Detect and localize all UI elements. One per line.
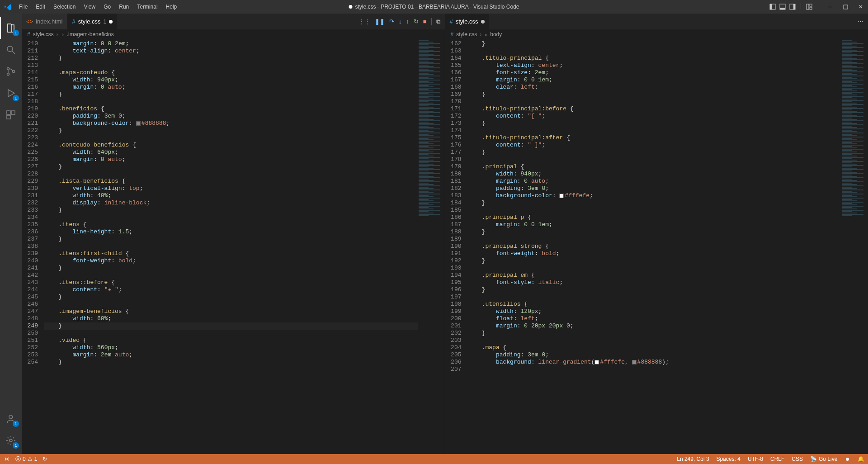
debug-step-into-icon[interactable]: ↓ (399, 18, 402, 25)
status-language[interactable]: CSS (792, 456, 803, 462)
status-bell-icon[interactable]: 🔔 (858, 456, 864, 462)
status-remote-icon[interactable] (4, 456, 10, 462)
tab-index-html[interactable]: <> index.html (22, 14, 67, 29)
tab-label: style.css (78, 18, 101, 25)
tabs-bar-left: <> index.html # style.css 1 ⋮⋮ ❚❚ ↷ ↓ ↑ … (22, 14, 445, 29)
panel-bottom-icon[interactable] (779, 3, 786, 10)
tab-style-css[interactable]: # style.css 1 (67, 14, 118, 29)
layout-customize-icon[interactable] (806, 3, 813, 10)
debug-pause-icon[interactable]: ❚❚ (375, 18, 385, 25)
status-eol[interactable]: CRLF (770, 456, 784, 462)
menu-bar: File Edit Selection View Go Run Terminal… (15, 2, 180, 12)
debug-stop-icon[interactable]: ■ (423, 18, 427, 25)
menu-view[interactable]: View (80, 2, 99, 12)
breadcrumb-file[interactable]: style.css (33, 31, 54, 38)
code-content[interactable]: } .titulo-principal { text-align: center… (468, 39, 841, 454)
close-icon[interactable]: ✕ (857, 3, 864, 10)
status-bar: ⓧ0 ⚠1 ↻ Ln 249, Col 3 Spaces: 4 UTF-8 CR… (0, 454, 868, 464)
svg-rect-3 (780, 8, 785, 9)
title-bar: File Edit Selection View Go Run Terminal… (0, 0, 868, 14)
status-debug-icon[interactable]: ↻ (42, 456, 47, 462)
debug-step-over-icon[interactable]: ↷ (389, 18, 394, 25)
breadcrumb-symbol[interactable]: body (490, 31, 502, 38)
error-icon: ⓧ (15, 455, 21, 463)
layout-controls (769, 3, 813, 10)
debug-step-out-icon[interactable]: ↑ (406, 18, 409, 25)
css-file-icon: # (451, 31, 454, 38)
svg-rect-16 (11, 111, 15, 114)
activity-source-control[interactable] (0, 61, 22, 82)
css-file-icon: # (27, 31, 30, 38)
tab-actions-right: ⋯ (853, 14, 868, 29)
status-feedback-icon[interactable]: ☻ (844, 456, 850, 462)
vscode-logo-icon (4, 3, 12, 11)
activity-search[interactable] (0, 39, 22, 61)
tab-label: index.html (36, 18, 62, 25)
symbol-icon: ⬨ (484, 31, 487, 38)
breadcrumbs-right[interactable]: # style.css › ⬨ body (445, 29, 868, 39)
more-actions-icon[interactable]: ⋯ (858, 18, 863, 25)
status-cursor-position[interactable]: Ln 249, Col 3 (677, 456, 709, 462)
css-file-icon: # (450, 18, 453, 25)
svg-rect-5 (793, 4, 795, 9)
svg-point-10 (7, 46, 13, 52)
activity-bar: 1 1 1 1 (0, 14, 22, 454)
activity-run-debug[interactable]: 1 (0, 82, 22, 104)
svg-rect-8 (810, 7, 812, 9)
svg-rect-1 (770, 4, 772, 9)
menu-help[interactable]: Help (162, 2, 181, 12)
status-indentation[interactable]: Spaces: 4 (717, 456, 741, 462)
debug-toolbar: ⋮⋮ ❚❚ ↷ ↓ ↑ ↻ ■ ⧉ (354, 14, 445, 29)
editor-group-left: <> index.html # style.css 1 ⋮⋮ ❚❚ ↷ ↓ ↑ … (22, 14, 445, 454)
tabs-bar-right: # style.css ⋯ (445, 14, 868, 29)
menu-file[interactable]: File (15, 2, 31, 12)
settings-badge: 1 (13, 442, 19, 449)
editor-right[interactable]: 1621631641651661671681691701711721731741… (445, 39, 868, 454)
svg-rect-6 (807, 4, 809, 9)
menu-go[interactable]: Go (100, 2, 114, 12)
svg-point-13 (7, 73, 9, 76)
minimap-left[interactable] (418, 39, 445, 454)
warning-icon: ⚠ (28, 456, 33, 462)
svg-rect-17 (7, 115, 10, 119)
minimap-right[interactable] (841, 39, 868, 454)
svg-point-18 (9, 415, 13, 419)
panel-left-icon[interactable] (769, 3, 776, 10)
menu-selection[interactable]: Selection (50, 2, 79, 12)
dirty-indicator-icon (109, 20, 113, 24)
breadcrumb-file[interactable]: style.css (456, 31, 477, 38)
status-problems[interactable]: ⓧ0 ⚠1 (15, 455, 37, 463)
maximize-icon[interactable] (842, 3, 849, 10)
code-content[interactable]: margin: 0 0 2em; text-align: center; } .… (44, 39, 418, 454)
breadcrumb-symbol[interactable]: .imagem-beneficios (67, 31, 114, 38)
debug-drag-icon[interactable]: ⋮⋮ (359, 18, 370, 25)
broadcast-icon: 📡 (810, 456, 817, 462)
window-title: style.css - PROJETO 01 - BARBEARIA ALURA… (349, 4, 519, 10)
minimize-icon[interactable]: ─ (826, 3, 834, 10)
activity-settings[interactable]: 1 (0, 430, 22, 451)
debug-restart-icon[interactable]: ↻ (414, 18, 419, 25)
menu-run[interactable]: Run (115, 2, 132, 12)
editor-left[interactable]: 2102112122132142152162172182192202212222… (22, 39, 445, 454)
html-file-icon: <> (26, 18, 33, 25)
svg-point-12 (7, 68, 9, 70)
svg-rect-15 (7, 111, 10, 114)
debug-badge: 1 (13, 95, 19, 101)
line-numbers: 1621631641651661671681691701711721731741… (445, 39, 468, 454)
breadcrumbs-left[interactable]: # style.css › ⬨ .imagem-beneficios (22, 29, 445, 39)
svg-rect-7 (810, 4, 812, 6)
menu-edit[interactable]: Edit (32, 2, 49, 12)
status-go-live[interactable]: 📡 Go Live (810, 456, 837, 462)
menu-terminal[interactable]: Terminal (133, 2, 161, 12)
css-file-icon: # (72, 18, 75, 25)
status-encoding[interactable]: UTF-8 (748, 456, 763, 462)
svg-point-19 (9, 439, 12, 442)
editor-group-right: # style.css ⋯ # style.css › ⬨ body 16216… (445, 14, 868, 454)
debug-browser-icon[interactable]: ⧉ (436, 18, 440, 25)
tab-style-css-right[interactable]: # style.css (445, 14, 490, 29)
panel-right-icon[interactable] (789, 3, 796, 10)
activity-accounts[interactable]: 1 (0, 408, 22, 430)
activity-explorer[interactable]: 1 (0, 17, 22, 39)
activity-extensions[interactable] (0, 104, 22, 126)
explorer-badge: 1 (13, 30, 19, 36)
